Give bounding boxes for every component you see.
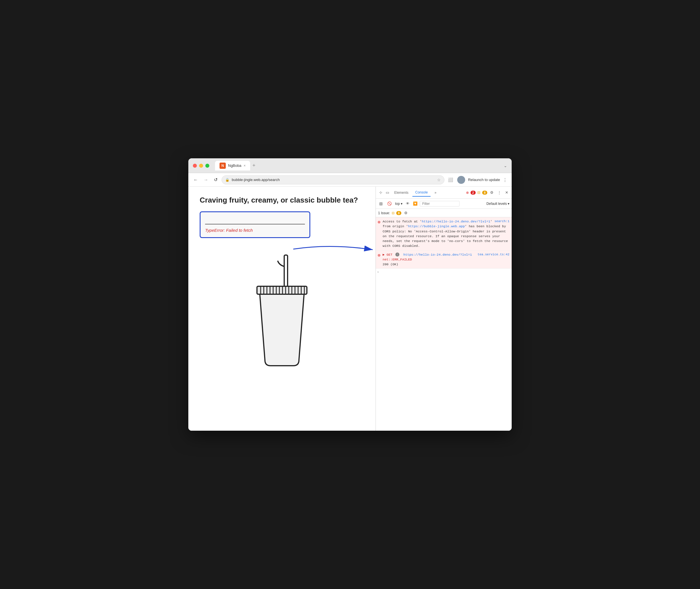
tab-bar: N NgBoba × + [215, 161, 500, 171]
device-toolbar-icon[interactable]: ▭ [385, 190, 390, 195]
default-levels-label: Default levels [486, 202, 507, 206]
console-body[interactable]: ⊗ search:1 Access to fetch at 'https://h… [376, 217, 512, 431]
error-2-code: 200 (OK) [383, 262, 398, 266]
devtools-panel: ⊹ ▭ Elements Console » ⊗ 2 ⊟ 8 ⚙ ⋮ ✕ ▧ 🚫 [376, 187, 512, 431]
title-bar-right: ⌄ [504, 163, 507, 168]
tab-console[interactable]: Console [412, 189, 431, 197]
devtools-settings-icon[interactable]: ⚙ [489, 190, 495, 195]
error-1-source-link[interactable]: search:1 [494, 219, 509, 224]
default-levels-chevron: ▾ [508, 202, 509, 206]
address-bar[interactable]: 🔒 bubble-jingle.web.app/search ☆ [222, 175, 444, 184]
chevron-down-icon[interactable]: ⌄ [504, 163, 507, 168]
minimize-button[interactable] [199, 164, 203, 168]
main-area: Craving fruity, creamy, or classic bubbl… [188, 187, 512, 431]
console-error-1: ⊗ search:1 Access to fetch at 'https://h… [376, 217, 512, 250]
reload-button[interactable]: ↺ [212, 176, 219, 184]
bookmark-icon[interactable]: ☆ [437, 178, 441, 182]
frame-selector-dropdown[interactable]: top ▾ [395, 202, 403, 206]
error-2-status: net::ERR_FAILED [383, 258, 412, 261]
close-button[interactable] [193, 164, 197, 168]
page-content: Craving fruity, creamy, or classic bubbl… [188, 187, 376, 431]
back-button[interactable]: ← [192, 176, 200, 184]
nav-right: ⬜ Relaunch to update ⋮ [447, 175, 508, 185]
relaunch-button[interactable]: Relaunch to update [468, 178, 500, 182]
tab-logo: N [220, 163, 226, 169]
devtools-more-icon[interactable]: ⋮ [496, 190, 502, 195]
extensions-icon[interactable]: ⬜ [447, 176, 454, 184]
devtools-header: ⊹ ▭ Elements Console » ⊗ 2 ⊟ 8 ⚙ ⋮ ✕ [376, 187, 512, 199]
svg-rect-1 [284, 255, 288, 289]
devtools-header-icons: ⊗ 2 ⊟ 8 ⚙ ⋮ ✕ [466, 190, 509, 195]
error-1-url-2[interactable]: https://bubble-jingle.web.app [408, 224, 465, 228]
sidebar-icon[interactable]: ▧ [378, 201, 384, 206]
issues-bar: 1 Issue: ⊟ 8 ⚙ [376, 209, 512, 217]
forward-button[interactable]: → [202, 176, 210, 184]
warn-count-badge: 8 [482, 191, 487, 195]
filter-input[interactable] [420, 201, 459, 207]
devtools-close-icon[interactable]: ✕ [504, 190, 509, 195]
lock-icon: 🔒 [225, 178, 229, 182]
frame-selector-label: top [395, 202, 400, 206]
network-icon[interactable]: ↕ [395, 252, 399, 256]
inspect-element-icon[interactable]: ⊹ [378, 190, 384, 195]
search-input[interactable] [205, 217, 305, 224]
issues-warn-icon: ⊟ [392, 211, 395, 215]
nav-bar: ← → ↺ 🔒 bubble-jingle.web.app/search ☆ ⬜… [188, 173, 512, 187]
error-1-url-1[interactable]: https://hello-io-24.deno.dev/?lvl=1 [422, 220, 490, 223]
page-title: Craving fruity, creamy, or classic bubbl… [200, 196, 364, 205]
search-box-wrapper: TypeError: Failed to fetch [200, 211, 310, 238]
boba-cup-svg [242, 249, 322, 369]
tab-close-button[interactable]: × [244, 164, 246, 168]
tab-more[interactable]: » [432, 189, 439, 196]
console-error-2: ⊗ tea.service.ts:42 ▶ GET ↕ https://hell… [376, 250, 512, 269]
error-icon-2: ⊗ [378, 252, 381, 258]
default-levels-dropdown[interactable]: Default levels ▾ [486, 202, 509, 206]
frame-selector-chevron: ▾ [401, 202, 403, 206]
new-tab-button[interactable]: + [252, 163, 256, 169]
warn-count-icon: ⊟ [477, 190, 480, 195]
expand-icon: › [378, 270, 379, 273]
console-error-1-text: search:1 Access to fetch at 'https://hel… [383, 219, 509, 248]
svg-rect-2 [257, 286, 307, 294]
error-icon-1: ⊗ [378, 219, 381, 225]
tab-title: NgBoba [228, 163, 241, 168]
error-count-icon: ⊗ [466, 191, 469, 195]
boba-cup-illustration [200, 249, 364, 369]
console-error-2-text: tea.service.ts:42 ▶ GET ↕ https://hello-… [383, 252, 509, 267]
active-tab[interactable]: N NgBoba × [215, 161, 250, 171]
error-count-badge: 2 [471, 191, 476, 195]
filter-icon: 🔽 [413, 201, 418, 206]
browser-window: N NgBoba × + ⌄ ← → ↺ 🔒 bubble-jingle.web… [188, 158, 512, 431]
profile-icon[interactable] [456, 175, 466, 185]
tab-elements[interactable]: Elements [392, 189, 411, 196]
user-avatar [457, 176, 465, 184]
traffic-lights [193, 164, 209, 168]
error-message: TypeError: Failed to fetch [205, 228, 305, 233]
title-bar: N NgBoba × + ⌄ [188, 158, 512, 173]
issues-settings-icon[interactable]: ⚙ [403, 210, 409, 216]
clear-console-icon[interactable]: 🚫 [386, 201, 393, 206]
eye-icon[interactable]: 👁 [405, 201, 411, 206]
menu-icon[interactable]: ⋮ [502, 176, 508, 184]
devtools-toolbar: ▧ 🚫 top ▾ 👁 🔽 Default levels ▾ [376, 199, 512, 209]
error-2-url[interactable]: https://hello-io-24.deno.dev/?lvl=1 [403, 253, 472, 256]
maximize-button[interactable] [205, 164, 209, 168]
error-2-source-link[interactable]: tea.service.ts:42 [478, 252, 509, 257]
error-2-method: ▶ GET [383, 253, 393, 256]
console-expand[interactable]: › [376, 269, 512, 271]
issues-label: 1 Issue: [378, 211, 390, 215]
issues-count-badge: 8 [396, 211, 401, 215]
url-text: bubble-jingle.web.app/search [232, 178, 435, 182]
